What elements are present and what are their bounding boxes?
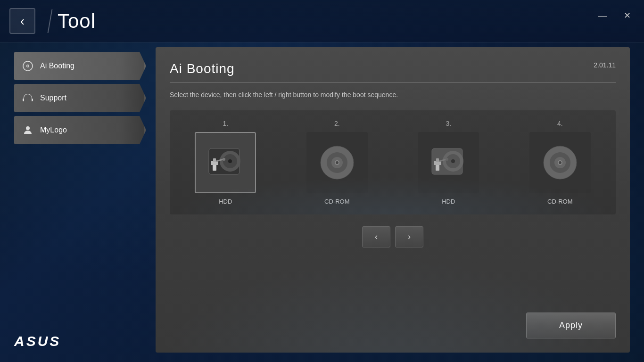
boot-device-name-4: CD-ROM <box>547 198 572 205</box>
back-button[interactable]: ‹ <box>9 8 35 34</box>
boot-number-3: 3. <box>446 120 451 127</box>
svg-rect-22 <box>436 164 439 171</box>
svg-point-3 <box>26 126 30 130</box>
sidebar-item-support[interactable]: Support <box>14 84 146 112</box>
asus-logo: ASUS <box>14 333 71 353</box>
panel-divider <box>170 82 616 82</box>
disc-icon <box>21 59 34 73</box>
headset-icon <box>21 91 34 105</box>
app-title: Tool <box>58 10 96 33</box>
sidebar-item-mylogo[interactable]: MyLogo <box>14 116 146 144</box>
sidebar-item-ai-booting[interactable]: Ai Booting <box>14 52 146 80</box>
svg-point-31 <box>559 161 561 164</box>
svg-point-7 <box>228 159 232 163</box>
nav-buttons: ‹ › <box>170 226 616 247</box>
title-bar: ‹ Tool — ✕ <box>0 0 644 42</box>
title-divider <box>48 9 53 33</box>
boot-number-4: 4. <box>557 120 563 127</box>
svg-point-26 <box>446 158 448 161</box>
nav-left-button[interactable]: ‹ <box>362 226 390 247</box>
boot-device-3[interactable]: 3. HDD <box>418 120 479 205</box>
boot-icon-cdrom-1 <box>306 132 368 193</box>
svg-point-17 <box>336 161 339 164</box>
boot-device-4[interactable]: 4. CD-ROM <box>529 120 591 205</box>
boot-device-1[interactable]: 1. <box>195 120 256 205</box>
boot-icon-hdd-2 <box>418 132 479 193</box>
boot-device-name-1: HDD <box>219 198 232 205</box>
person-icon <box>21 123 34 137</box>
chevron-right-icon: › <box>408 232 411 242</box>
boot-number-1: 1. <box>223 120 228 127</box>
boot-icon-cdrom-2 <box>529 132 591 193</box>
chevron-left-icon: ‹ <box>375 232 378 242</box>
svg-point-12 <box>223 158 225 161</box>
boot-number-2: 2. <box>334 120 340 127</box>
svg-point-21 <box>451 159 455 163</box>
sidebar-label-support: Support <box>40 94 66 102</box>
window-controls: — ✕ <box>594 9 635 22</box>
close-button[interactable]: ✕ <box>620 9 635 22</box>
sidebar-label-mylogo: MyLogo <box>40 126 67 134</box>
svg-point-2 <box>27 66 29 67</box>
right-panel: Ai Booting 2.01.11 Select the device, th… <box>156 47 630 353</box>
boot-device-name-3: HDD <box>442 198 455 205</box>
nav-right-button[interactable]: › <box>395 226 423 247</box>
svg-rect-8 <box>213 164 216 171</box>
panel-description: Select the device, then click the left /… <box>170 91 616 99</box>
boot-sequence-container: 1. <box>170 110 616 214</box>
boot-icon-hdd-1 <box>195 132 256 193</box>
sidebar-label-ai-booting: Ai Booting <box>40 62 74 70</box>
svg-rect-24 <box>436 158 439 162</box>
svg-rect-10 <box>213 158 216 162</box>
panel-version: 2.01.11 <box>594 61 616 69</box>
panel-title: Ai Booting <box>170 61 235 76</box>
back-icon: ‹ <box>20 14 25 29</box>
svg-text:ASUS: ASUS <box>14 333 61 349</box>
minimize-button[interactable]: — <box>594 9 611 22</box>
boot-device-name-2: CD-ROM <box>324 198 349 205</box>
apply-button[interactable]: Apply <box>526 313 616 338</box>
boot-device-2[interactable]: 2. CD-ROM <box>306 120 368 205</box>
sidebar: Ai Booting Support MyLogo <box>14 47 146 353</box>
main-content: Ai Booting Support MyLogo Ai Booting 2.0 <box>14 47 630 353</box>
